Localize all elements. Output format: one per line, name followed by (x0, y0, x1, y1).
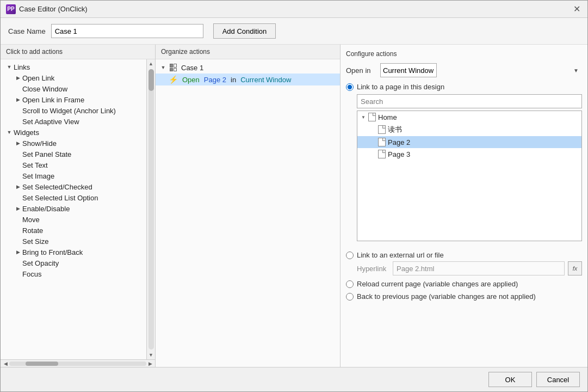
close-window-item[interactable]: Close Window (1, 83, 146, 94)
set-panel-state-item[interactable]: Set Panel State (1, 149, 146, 160)
enable-disable-expand: ▶ (14, 204, 22, 213)
radio-back[interactable] (346, 293, 354, 301)
set-selected-list-item[interactable]: Set Selected List Option (1, 192, 146, 203)
scroll-track[interactable] (148, 69, 154, 350)
page-search-input[interactable] (357, 94, 582, 108)
home-expand-icon[interactable]: ▼ (361, 114, 366, 120)
set-text-label: Set Text (22, 161, 48, 169)
scroll-widget-item[interactable]: Scroll to Widget (Anchor Link) (1, 105, 146, 116)
open-in-row: Open in Current Window New Window Parent… (346, 63, 582, 77)
move-label: Move (22, 216, 40, 224)
scroll-widget-spacer (14, 106, 22, 115)
middle-panel: Organize actions ▼ Case 1 ⚡ (156, 45, 341, 367)
page2-icon (378, 138, 386, 146)
open-link-item[interactable]: ▶ Open Link (1, 72, 146, 83)
scroll-down-arrow[interactable]: ▼ (147, 351, 156, 359)
hyperlink-input[interactable] (393, 261, 565, 275)
close-window-spacer (14, 84, 22, 93)
case-name-label: Case Name (8, 27, 46, 35)
fx-button[interactable]: fx (568, 261, 582, 275)
left-panel-header: Click to add actions (1, 45, 155, 59)
close-dialog-button[interactable]: ✕ (571, 4, 582, 15)
page-tree-home[interactable]: ▼ Home (357, 111, 581, 123)
set-adaptive-item[interactable]: Set Adaptive View (1, 116, 146, 127)
hscroll-left[interactable]: ◀ (2, 360, 9, 367)
set-size-item[interactable]: Set Size (1, 236, 146, 247)
page-tree-page2[interactable]: Page 2 (357, 136, 581, 148)
open-link-frame-label: Open Link in Frame (22, 96, 84, 104)
page-tree-page3[interactable]: Page 3 (357, 148, 581, 160)
case-name-input[interactable] (51, 24, 203, 38)
focus-spacer (14, 270, 22, 278)
case-label: Case 1 (181, 64, 203, 72)
radio-external-label: Link to an external url or file (357, 251, 444, 259)
action-row[interactable]: ⚡ Open Page 2 in Current Window (156, 74, 340, 85)
left-panel-hscrollbar[interactable]: ◀ ▶ (1, 359, 155, 367)
set-text-item[interactable]: Set Text (1, 160, 146, 170)
bring-to-front-expand: ▶ (14, 248, 22, 256)
right-panel: Configure actions Open in Current Window… (341, 45, 587, 367)
widgets-expand-icon[interactable]: ▼ (5, 128, 14, 137)
title-bar-left: PP Case Editor (OnClick) (6, 4, 88, 14)
links-expand-icon[interactable]: ▼ (5, 63, 14, 71)
case-row[interactable]: ▼ Case 1 (156, 62, 340, 74)
case-editor-dialog: PP Case Editor (OnClick) ✕ Case Name Add… (0, 0, 588, 392)
set-adaptive-label: Set Adaptive View (22, 118, 79, 126)
set-panel-state-label: Set Panel State (22, 150, 71, 158)
left-panel-scrollbar[interactable]: ▲ ▼ (146, 59, 155, 359)
scroll-up-arrow[interactable]: ▲ (147, 59, 156, 68)
cancel-button[interactable]: Cancel (536, 372, 580, 387)
widgets-group: ▼ Widgets (1, 127, 146, 138)
bring-to-front-label: Bring to Front/Back (22, 248, 83, 256)
widgets-group-label: Widgets (14, 128, 39, 137)
home-page-icon (368, 113, 376, 121)
set-image-item[interactable]: Set Image (1, 170, 146, 181)
radio-external-row: Link to an external url or file (346, 251, 582, 259)
set-opacity-spacer (14, 259, 22, 267)
enable-disable-item[interactable]: ▶ Enable/Disable (1, 203, 146, 214)
middle-panel-header: Organize actions (156, 45, 340, 59)
left-panel: Click to add actions ▼ Links ▶ Open Link… (1, 45, 156, 367)
set-opacity-item[interactable]: Set Opacity (1, 258, 146, 268)
radio-back-label: Back to previous page (variable changes … (357, 292, 536, 301)
radio-reload[interactable] (346, 280, 354, 288)
radio-link-page-row: Link to a page in this design (346, 83, 582, 91)
configure-actions-title: Configure actions (346, 50, 582, 58)
set-size-label: Set Size (22, 237, 48, 246)
radio-link-page[interactable] (346, 83, 354, 91)
focus-item[interactable]: Focus (1, 268, 146, 279)
set-panel-spacer (14, 150, 22, 158)
move-item[interactable]: Move (1, 214, 146, 225)
set-selected-expand: ▶ (14, 182, 22, 191)
set-selected-checked-item[interactable]: ▶ Set Selected/Checked (1, 181, 146, 192)
set-size-spacer (14, 237, 22, 246)
page3-label: Page 3 (388, 150, 410, 158)
select-arrow-icon: ▼ (573, 68, 579, 74)
case-expand-icon[interactable]: ▼ (159, 63, 168, 72)
show-hide-item[interactable]: ▶ Show/Hide (1, 138, 146, 149)
add-condition-button[interactable]: Add Condition (213, 23, 276, 39)
ok-button[interactable]: OK (488, 372, 532, 387)
open-link-frame-item[interactable]: ▶ Open Link in Frame (1, 94, 146, 105)
open-in-select[interactable]: Current Window New Window Parent Window … (380, 63, 437, 77)
set-selected-list-spacer (14, 193, 22, 202)
bring-to-front-item[interactable]: ▶ Bring to Front/Back (1, 247, 146, 258)
scroll-thumb[interactable] (148, 69, 154, 91)
hscroll-track[interactable] (9, 362, 146, 366)
rotate-item[interactable]: Rotate (1, 225, 146, 236)
set-opacity-label: Set Opacity (22, 259, 59, 267)
hyperlink-row: Hyperlink fx (346, 261, 582, 275)
close-window-label: Close Window (22, 85, 67, 93)
main-area: Click to add actions ▼ Links ▶ Open Link… (1, 45, 587, 367)
radio-external[interactable] (346, 252, 354, 259)
top-bar: Case Name Add Condition (1, 18, 587, 45)
set-text-spacer (14, 161, 22, 169)
page-tree-dushu[interactable]: 读书 (357, 123, 581, 136)
hscroll-right[interactable]: ▶ (146, 360, 154, 367)
open-in-select-wrapper: Current Window New Window Parent Window … (380, 63, 582, 77)
home-page-label: Home (378, 113, 397, 121)
case-grid-icon (170, 64, 177, 71)
move-spacer (14, 215, 22, 224)
radio-section: Link to a page in this design ▼ Home (346, 83, 582, 301)
hscroll-thumb[interactable] (26, 362, 58, 366)
